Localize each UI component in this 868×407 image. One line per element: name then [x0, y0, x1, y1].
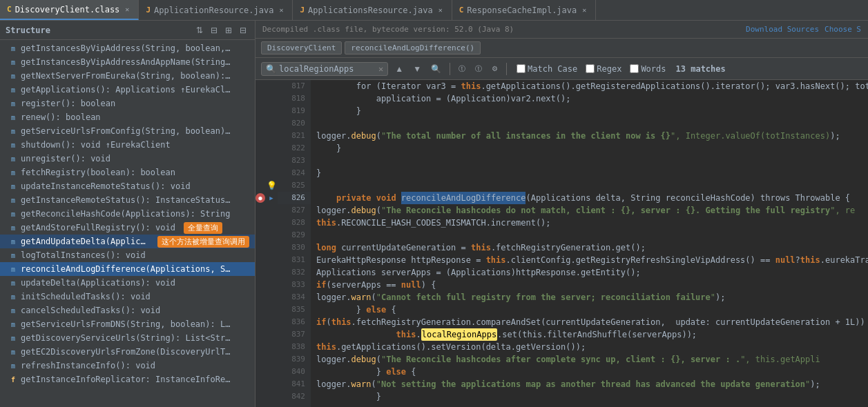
- annotation2-14: 这个方法被增量查询调用: [157, 236, 249, 248]
- words-label[interactable]: Words: [630, 64, 666, 74]
- download-sources-link[interactable]: Download Sources: [746, 25, 819, 34]
- regex-label[interactable]: Regex: [586, 64, 621, 74]
- sidebar-expand-btn[interactable]: ⊞: [222, 24, 235, 37]
- sidebar-filter-btn[interactable]: ⊟: [208, 24, 220, 37]
- tab-application-resource[interactable]: J ApplicationResource.java ✕: [139, 0, 293, 20]
- tab-icon-java-2: C: [459, 6, 464, 14]
- breadcrumb-method[interactable]: reconcileAndLogDifference(): [345, 41, 481, 54]
- sidebar-collapse-btn[interactable]: ⊟: [237, 24, 249, 37]
- gutter-cell-841: [255, 378, 278, 390]
- tab-close-3[interactable]: ✕: [580, 5, 588, 15]
- sidebar-item-12[interactable]: mgetReconcileHashCode(Applications): Str…: [0, 207, 255, 221]
- method-icon-24: f: [8, 376, 18, 384]
- run-icon-826[interactable]: ▶: [267, 193, 276, 203]
- sidebar-item-10[interactable]: mupdateInstanceRemoteStatus(): void: [0, 179, 255, 193]
- gutter-cell-831: [255, 254, 278, 266]
- lightbulb-icon-825[interactable]: 💡: [267, 181, 276, 190]
- tab-applications-resource[interactable]: J ApplicationsResource.java ✕: [293, 0, 452, 20]
- line-num-834: 834: [278, 291, 311, 304]
- gutter-cell-832: [255, 266, 278, 279]
- sidebar-item-0[interactable]: mgetInstancesByVipAddress(String, boolea…: [0, 41, 255, 55]
- sidebar-item-8[interactable]: munregister(): void: [0, 152, 255, 166]
- gutter-cell-837: [255, 328, 278, 341]
- search-clear-icon[interactable]: ✕: [378, 64, 383, 74]
- line-num-827: 827: [278, 204, 311, 217]
- sidebar-item-1[interactable]: mgetInstancesByVipAddressAndAppName(Stri…: [0, 55, 255, 69]
- tab-close-2[interactable]: ✕: [436, 5, 445, 15]
- gutter-cell-836: [255, 316, 278, 328]
- line-num-823: 823: [278, 155, 311, 167]
- line-num-830: 830: [278, 241, 311, 254]
- line-num-841: 841: [278, 378, 311, 390]
- code-line-825: [316, 179, 868, 192]
- gutter-cell-839: [255, 353, 278, 366]
- gutter-cell-842: [255, 390, 278, 403]
- method-icon-18: m: [8, 293, 18, 301]
- tab-response-cache[interactable]: C ResponseCacheImpl.java ✕: [452, 0, 597, 20]
- search-input[interactable]: [279, 64, 376, 74]
- gutter-cell-817: [255, 80, 278, 92]
- sidebar-item-15[interactable]: mlogTotalInstances(): void: [0, 248, 255, 262]
- code-line-839: logger.debug("The Reconcile hashcodes af…: [316, 353, 868, 366]
- sidebar-item-17[interactable]: mupdateDelta(Applications): void: [0, 276, 255, 290]
- sidebar-item-5[interactable]: mrenew(): boolean: [0, 110, 255, 124]
- line-num-833: 833: [278, 279, 311, 291]
- sidebar-item-18[interactable]: minitScheduledTasks(): void: [0, 290, 255, 304]
- line-num-817: 817: [278, 80, 311, 92]
- sidebar-item-20[interactable]: mgetServiceUrlsFromDNS(String, boolean):…: [0, 317, 255, 331]
- code-line-838: this.getApplications().setVersion(delta.…: [316, 341, 868, 353]
- choose-link[interactable]: Choose S: [824, 25, 861, 34]
- sidebar-item-13[interactable]: mgetAndStoreFullRegistry(): void全量查询: [0, 221, 255, 235]
- gutter-cell-822: [255, 142, 278, 155]
- method-icon-0: m: [8, 45, 18, 52]
- gutter-cell-838: [255, 341, 278, 353]
- search-find-btn[interactable]: 🔍: [428, 63, 444, 75]
- words-checkbox[interactable]: [630, 64, 639, 73]
- sidebar-item-14[interactable]: mgetAndUpdateDelta(Applications): void这个…: [0, 235, 255, 248]
- search-next-btn[interactable]: ▼: [410, 63, 424, 75]
- breadcrumb-bar: DiscoveryClient reconcileAndLogDifferenc…: [255, 39, 868, 58]
- tab-close-1[interactable]: ✕: [277, 5, 285, 15]
- search-prev-btn[interactable]: ▲: [392, 63, 406, 75]
- sidebar-item-21[interactable]: mgetDiscoveryServiceUrls(String): List<S…: [0, 331, 255, 345]
- sidebar-list: mgetInstancesByVipAddress(String, boolea…: [0, 40, 255, 407]
- regex-checkbox[interactable]: [586, 64, 595, 73]
- breadcrumb-class[interactable]: DiscoveryClient: [261, 41, 342, 54]
- sidebar-item-22[interactable]: mgetEC2DiscoveryUrlsFromZone(DiscoveryUr…: [0, 345, 255, 359]
- tab-discovery-client[interactable]: C DiscoveryClient.class ✕: [0, 0, 139, 20]
- sidebar-item-2[interactable]: mgetNextServerFromEureka(String, boolean…: [0, 69, 255, 83]
- sidebar-item-16[interactable]: mreconcileAndLogDifference(Applications,…: [0, 262, 255, 276]
- code-editor[interactable]: 💡●▶ 817818819820821822823824825826827828…: [255, 80, 868, 407]
- tab-close-0[interactable]: ✕: [123, 4, 131, 14]
- method-icon-4: m: [8, 100, 18, 108]
- sidebar-item-label-0: getInstancesByVipAddress(String, boolean…: [21, 43, 235, 53]
- code-line-836: if(this.fetchRegistryGeneration.compareA…: [316, 316, 868, 328]
- search-options-btn-3[interactable]: ⚙: [489, 63, 501, 74]
- search-options-btn-1[interactable]: ⓣ: [456, 63, 468, 75]
- sidebar-item-3[interactable]: mgetApplications(): Applications ↑Eureka…: [0, 83, 255, 97]
- sidebar-item-11[interactable]: mgetInstanceRemoteStatus(): InstanceStat…: [0, 193, 255, 207]
- match-case-checkbox[interactable]: [517, 64, 525, 73]
- editor-info-bar: Decompiled .class file, bytecode version…: [255, 21, 868, 39]
- search-icon: 🔍: [266, 64, 276, 74]
- sidebar-item-24[interactable]: fgetInstanceInfoReplicator: InstanceInfo…: [0, 373, 255, 386]
- sidebar-item-4[interactable]: mregister(): boolean: [0, 97, 255, 110]
- sidebar-sort-btn[interactable]: ⇅: [193, 24, 206, 37]
- method-icon-17: m: [8, 279, 18, 287]
- line-num-839: 839: [278, 353, 311, 366]
- gutter-cell-833: [255, 279, 278, 291]
- sidebar-item-19[interactable]: mcancelScheduledTasks(): void: [0, 304, 255, 317]
- sidebar-item-label-5: renew(): boolean: [21, 112, 101, 122]
- code-line-841: logger.warn("Not setting the application…: [316, 378, 868, 390]
- sidebar-item-7[interactable]: mshutdown(): void ↑EurekaClient: [0, 138, 255, 152]
- search-options-btn-2[interactable]: ⓣ: [472, 63, 485, 75]
- match-case-label[interactable]: Match Case: [517, 64, 577, 74]
- sidebar-item-label-11: getInstanceRemoteStatus(): InstanceStatu…: [21, 195, 235, 205]
- sidebar-item-label-18: initScheduledTasks(): void: [21, 292, 151, 301]
- sidebar-item-label-22: getEC2DiscoveryUrlsFromZone(DiscoveryUrl…: [21, 347, 235, 357]
- sidebar-item-23[interactable]: mrefreshInstanceInfo(): void: [0, 359, 255, 373]
- breakpoint-icon-826[interactable]: ●: [255, 193, 265, 203]
- code-line-818: application = (Application)var2.next();: [316, 92, 868, 105]
- sidebar-item-9[interactable]: mfetchRegistry(boolean): boolean: [0, 166, 255, 179]
- sidebar-item-6[interactable]: mgetServiceUrlsFromConfig(String, boolea…: [0, 124, 255, 138]
